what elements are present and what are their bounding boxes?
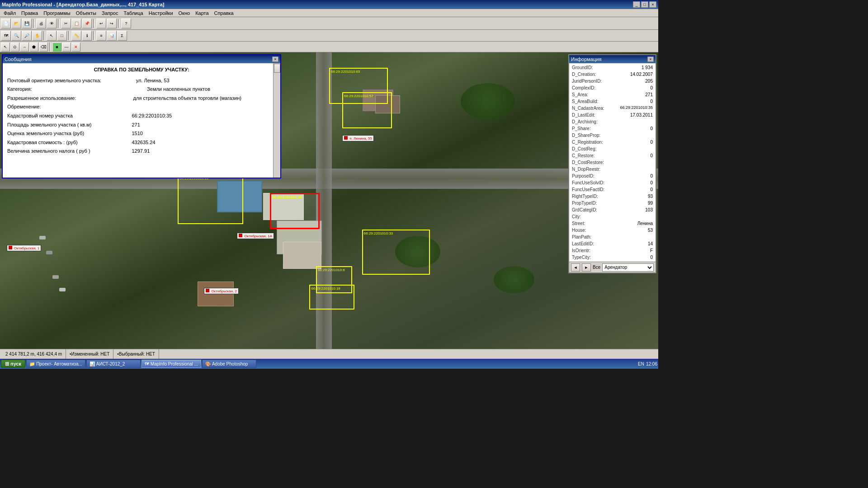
info-value-juridperson: 205 <box>645 78 653 84</box>
parcel-label-6: 66:29:2201010:6 <box>318 268 345 272</box>
menu-edit[interactable]: Правка <box>19 9 41 17</box>
help-btn[interactable]: ? <box>121 19 131 28</box>
info-row-sareabuild: S_AreaBuild: 0 <box>571 98 654 105</box>
field-label-use: Разрешенное использование: <box>7 94 131 103</box>
info-panel-title: Информация × <box>569 55 656 63</box>
info-label-dcreation: D_Creation: <box>572 71 596 78</box>
close-button[interactable]: × <box>649 1 656 8</box>
menu-settings[interactable]: Настройки <box>146 9 176 17</box>
menu-map[interactable]: Карта <box>193 9 211 17</box>
save-btn[interactable]: 💾 <box>22 19 32 28</box>
menu-file[interactable]: Файл <box>1 9 19 17</box>
rect-select-btn[interactable]: □ <box>57 31 67 41</box>
info-panel-content[interactable]: GroundID: 1 934 D_Creation: 14.02.2007 J… <box>569 63 656 262</box>
nav-next-btn[interactable]: ► <box>582 263 591 272</box>
building-3 <box>283 242 321 269</box>
info-label-dcostrestore: D_CostRestore: <box>572 159 604 166</box>
menu-table[interactable]: Таблица <box>121 9 146 17</box>
start-button[interactable]: ⊞ пуск <box>1 360 25 368</box>
info-btn[interactable]: ℹ <box>82 31 92 41</box>
label-text-oktyabr2: Октябрьская, 2 <box>212 289 237 293</box>
status-bar: 2 414 781,2 m, 416 424,4 m • Измененный:… <box>0 349 658 359</box>
redo-btn[interactable]: ↪ <box>107 19 117 28</box>
field-value-address: ул. Ленина, 53 <box>132 77 276 85</box>
legend-btn[interactable]: 📊 <box>107 31 117 41</box>
taskbar-btn-1[interactable]: 📁 Проект- Автоматиза... <box>26 360 85 368</box>
parcel-18[interactable]: 66:29:2201010:18 <box>309 285 354 310</box>
menu-query[interactable]: Запрос <box>99 9 121 17</box>
select-btn[interactable]: ↖ <box>47 31 57 41</box>
field-value-use: для строительства объекта торговли (мага… <box>132 94 276 103</box>
nav-prev-btn[interactable]: ◄ <box>571 263 580 272</box>
message-heading: СПРАВКА ПО ЗЕМЕЛЬНОМУ УЧАСТКУ: <box>6 66 277 74</box>
taskbar-btn-3[interactable]: 🗺 MapInfo Professional ... <box>142 360 201 368</box>
selected-parcel-35[interactable]: 66:29:2201010:35 <box>270 193 320 229</box>
draw-node-btn[interactable]: ⊙ <box>10 42 19 52</box>
open-btn[interactable]: 📂 <box>11 19 21 28</box>
minimize-button[interactable]: _ <box>633 1 640 8</box>
info-panel-close-btn[interactable]: × <box>647 56 654 62</box>
info-label-lasteditid: LastEditID: <box>572 240 594 247</box>
info-value-ncadastr: 66:29:2201010:35 <box>620 105 653 112</box>
message-content[interactable]: СПРАВКА ПО ЗЕМЕЛЬНОМУ УЧАСТКУ: Почтовый … <box>3 63 280 178</box>
message-close-btn[interactable]: × <box>272 56 278 62</box>
info-row-city: City: <box>571 213 654 220</box>
parcel-57[interactable]: 66:29:2201010:57 <box>342 92 392 128</box>
new-btn[interactable]: 📄 <box>1 19 11 28</box>
parcel-33[interactable]: 66:29:2201010:33 <box>362 230 430 275</box>
zoom-out-btn[interactable]: 🔎 <box>22 31 32 41</box>
selected-status: • Выбранный: НЕТ <box>113 349 159 359</box>
layer-btn[interactable]: ≡ <box>96 31 106 41</box>
zoom-in-btn[interactable]: 🔍 <box>11 31 21 41</box>
car-1 <box>52 275 59 279</box>
info-row-street: Street: Ленина <box>571 220 654 227</box>
field-value-category: Земли населенных пунктов <box>132 85 276 94</box>
scrollbar-v[interactable] <box>273 63 280 178</box>
car-4 <box>39 236 46 239</box>
delete-btn[interactable]: ✕ <box>71 42 80 52</box>
stats-btn[interactable]: Σ <box>117 31 127 41</box>
info-row-darchiving: D_Archiving: <box>571 118 654 125</box>
print-btn[interactable]: 🖨 <box>36 19 46 28</box>
map-area[interactable]: 66:29:2201010:65 66:29:2201010:57 66:29:… <box>0 52 658 358</box>
paste-btn[interactable]: 📌 <box>82 19 92 28</box>
info-label-grdcategid: GrdCategID: <box>572 206 597 213</box>
table-row: Категория: Земли населенных пунктов <box>7 85 276 94</box>
print-preview-btn[interactable]: 👁 <box>47 19 57 28</box>
menu-programs[interactable]: Программы <box>41 9 73 17</box>
info-row-funcusesolvid: FuncUseSolvID: 0 <box>571 179 654 186</box>
map-label-oktyabr1: Октябрьская, 1 <box>7 245 42 251</box>
color-fill-btn[interactable]: ■ <box>52 42 61 52</box>
taskbar-btn-4[interactable]: 🎨 Adobe Photoshop <box>202 360 256 368</box>
map-tools-btn[interactable]: 🗺 <box>1 31 11 41</box>
field-label-tax: Величина земельного налога ( руб ) <box>7 147 131 155</box>
info-label-typecity: TypeCity: <box>572 254 591 261</box>
message-title-bar: Сообщения × <box>3 55 280 63</box>
draw-arrow-btn[interactable]: → <box>20 42 29 52</box>
parcel-22[interactable]: 66:29:2201010:22 <box>178 174 243 224</box>
draw-polygon-btn[interactable]: ⬟ <box>29 42 38 52</box>
taskbar-icon-1: 📁 <box>29 361 35 366</box>
pan-btn[interactable]: ✋ <box>32 31 42 41</box>
erase-btn[interactable]: ⌫ <box>39 42 48 52</box>
maximize-button[interactable]: □ <box>641 1 648 8</box>
label-text-oktyabr1: Октябрьская, 1 <box>14 246 39 250</box>
undo-btn[interactable]: ↩ <box>96 19 106 28</box>
message-title-text: Сообщения <box>5 56 32 62</box>
field-label-cadastr-num: Кадастровый номер участка <box>7 112 131 120</box>
menu-bar: Файл Правка Программы Объекты Запрос Таб… <box>0 9 658 17</box>
filter-dropdown[interactable]: Арендатор <box>602 263 654 272</box>
menu-window[interactable]: Окно <box>176 9 193 17</box>
menu-objects[interactable]: Объекты <box>73 9 99 17</box>
ruler-btn[interactable]: 📏 <box>71 31 81 41</box>
taskbar-label-2: АИСТ-2012_2 <box>96 361 125 366</box>
cut-btn[interactable]: ✂ <box>61 19 71 28</box>
menu-help[interactable]: Справка <box>212 9 236 17</box>
draw-select-btn[interactable]: ↖ <box>1 42 10 52</box>
taskbar-btn-2[interactable]: 📊 АИСТ-2012_2 <box>86 360 141 368</box>
info-value-sareabuild: 0 <box>650 98 653 105</box>
copy-btn[interactable]: 📋 <box>71 19 81 28</box>
info-panel-title-text: Информация <box>571 56 601 62</box>
info-row-isorientr: IsOrientr: F <box>571 247 654 254</box>
stroke-btn[interactable]: — <box>62 42 71 52</box>
